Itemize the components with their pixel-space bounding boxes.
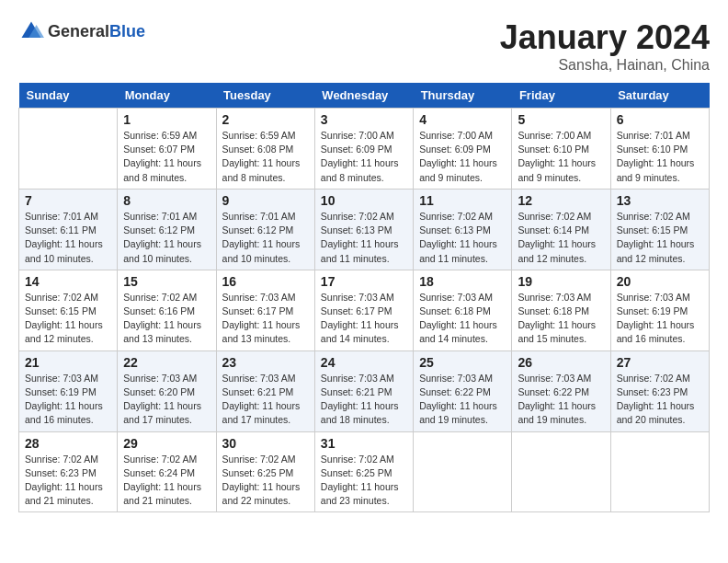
calendar-cell: 13Sunrise: 7:02 AM Sunset: 6:15 PM Dayli… — [610, 189, 709, 270]
cell-info: Sunrise: 7:02 AM Sunset: 6:24 PM Dayligh… — [123, 453, 210, 509]
cell-info: Sunrise: 7:02 AM Sunset: 6:13 PM Dayligh… — [321, 210, 407, 266]
cell-info: Sunrise: 7:02 AM Sunset: 6:13 PM Dayligh… — [419, 210, 506, 266]
logo: GeneralBlue — [18, 18, 145, 44]
calendar-cell — [414, 431, 512, 512]
calendar-cell: 14Sunrise: 7:02 AM Sunset: 6:15 PM Dayli… — [19, 270, 118, 350]
calendar-cell: 11Sunrise: 7:02 AM Sunset: 6:13 PM Dayli… — [414, 189, 512, 270]
date-number: 7 — [25, 193, 111, 208]
cell-info: Sunrise: 7:01 AM Sunset: 6:10 PM Dayligh… — [617, 129, 703, 185]
date-number: 6 — [617, 112, 703, 127]
date-number: 10 — [321, 193, 407, 208]
calendar-cell: 18Sunrise: 7:03 AM Sunset: 6:18 PM Dayli… — [414, 270, 512, 350]
cell-info: Sunrise: 7:02 AM Sunset: 6:25 PM Dayligh… — [321, 453, 407, 509]
date-number: 19 — [518, 274, 604, 289]
logo-general-text: General — [48, 22, 109, 40]
calendar-cell: 1Sunrise: 6:59 AM Sunset: 6:07 PM Daylig… — [118, 109, 216, 190]
cell-info: Sunrise: 7:02 AM Sunset: 6:14 PM Dayligh… — [518, 210, 604, 266]
calendar-week-row: 14Sunrise: 7:02 AM Sunset: 6:15 PM Dayli… — [19, 270, 710, 350]
date-number: 12 — [518, 193, 604, 208]
cell-info: Sunrise: 7:00 AM Sunset: 6:09 PM Dayligh… — [419, 129, 506, 185]
calendar-cell: 6Sunrise: 7:01 AM Sunset: 6:10 PM Daylig… — [610, 109, 709, 190]
calendar-body: 1Sunrise: 6:59 AM Sunset: 6:07 PM Daylig… — [19, 109, 710, 512]
calendar-cell: 30Sunrise: 7:02 AM Sunset: 6:25 PM Dayli… — [216, 431, 314, 512]
date-number: 24 — [321, 355, 407, 370]
cell-info: Sunrise: 7:03 AM Sunset: 6:17 PM Dayligh… — [321, 291, 407, 347]
cell-info: Sunrise: 7:03 AM Sunset: 6:22 PM Dayligh… — [419, 372, 506, 428]
calendar-week-row: 21Sunrise: 7:03 AM Sunset: 6:19 PM Dayli… — [19, 350, 710, 431]
cell-info: Sunrise: 7:03 AM Sunset: 6:22 PM Dayligh… — [518, 372, 604, 428]
cell-info: Sunrise: 7:02 AM Sunset: 6:25 PM Dayligh… — [222, 453, 309, 509]
date-number: 30 — [222, 436, 309, 451]
calendar-cell: 9Sunrise: 7:01 AM Sunset: 6:12 PM Daylig… — [216, 189, 314, 270]
cell-info: Sunrise: 7:03 AM Sunset: 6:17 PM Dayligh… — [222, 291, 309, 347]
calendar-cell: 31Sunrise: 7:02 AM Sunset: 6:25 PM Dayli… — [314, 431, 413, 512]
cell-info: Sunrise: 6:59 AM Sunset: 6:08 PM Dayligh… — [222, 129, 309, 185]
weekday-header-row: SundayMondayTuesdayWednesdayThursdayFrid… — [19, 83, 710, 109]
date-number: 29 — [123, 436, 210, 451]
month-title: January 2024 — [500, 18, 710, 57]
date-number: 23 — [222, 355, 309, 370]
cell-info: Sunrise: 7:01 AM Sunset: 6:11 PM Dayligh… — [25, 210, 111, 266]
calendar-week-row: 7Sunrise: 7:01 AM Sunset: 6:11 PM Daylig… — [19, 189, 710, 270]
cell-info: Sunrise: 7:01 AM Sunset: 6:12 PM Dayligh… — [123, 210, 210, 266]
cell-info: Sunrise: 7:03 AM Sunset: 6:19 PM Dayligh… — [617, 291, 703, 347]
calendar-cell: 22Sunrise: 7:03 AM Sunset: 6:20 PM Dayli… — [118, 350, 216, 431]
calendar-cell: 25Sunrise: 7:03 AM Sunset: 6:22 PM Dayli… — [414, 350, 512, 431]
logo-icon — [18, 18, 44, 44]
cell-info: Sunrise: 7:02 AM Sunset: 6:15 PM Dayligh… — [617, 210, 703, 266]
date-number: 28 — [25, 436, 111, 451]
calendar-cell: 8Sunrise: 7:01 AM Sunset: 6:12 PM Daylig… — [118, 189, 216, 270]
cell-info: Sunrise: 7:03 AM Sunset: 6:21 PM Dayligh… — [222, 372, 309, 428]
date-number: 16 — [222, 274, 309, 289]
cell-info: Sunrise: 7:03 AM Sunset: 6:20 PM Dayligh… — [123, 372, 210, 428]
weekday-header-thursday: Thursday — [414, 83, 512, 109]
weekday-header-monday: Monday — [118, 83, 216, 109]
cell-info: Sunrise: 7:03 AM Sunset: 6:19 PM Dayligh… — [25, 372, 111, 428]
cell-info: Sunrise: 7:03 AM Sunset: 6:18 PM Dayligh… — [419, 291, 506, 347]
date-number: 9 — [222, 193, 309, 208]
date-number: 15 — [123, 274, 210, 289]
weekday-header-saturday: Saturday — [610, 83, 709, 109]
title-area: January 2024 Sansha, Hainan, China — [500, 18, 710, 74]
date-number: 3 — [321, 112, 407, 127]
calendar-cell: 5Sunrise: 7:00 AM Sunset: 6:10 PM Daylig… — [512, 109, 610, 190]
logo-blue-text: Blue — [109, 22, 145, 40]
calendar-week-row: 1Sunrise: 6:59 AM Sunset: 6:07 PM Daylig… — [19, 109, 710, 190]
calendar-cell — [19, 109, 118, 190]
date-number: 13 — [617, 193, 703, 208]
calendar-cell: 20Sunrise: 7:03 AM Sunset: 6:19 PM Dayli… — [610, 270, 709, 350]
date-number: 5 — [518, 112, 604, 127]
calendar-cell: 26Sunrise: 7:03 AM Sunset: 6:22 PM Dayli… — [512, 350, 610, 431]
date-number: 17 — [321, 274, 407, 289]
cell-info: Sunrise: 7:01 AM Sunset: 6:12 PM Dayligh… — [222, 210, 309, 266]
date-number: 2 — [222, 112, 309, 127]
cell-info: Sunrise: 7:03 AM Sunset: 6:18 PM Dayligh… — [518, 291, 604, 347]
date-number: 20 — [617, 274, 703, 289]
calendar-cell: 7Sunrise: 7:01 AM Sunset: 6:11 PM Daylig… — [19, 189, 118, 270]
calendar-cell: 19Sunrise: 7:03 AM Sunset: 6:18 PM Dayli… — [512, 270, 610, 350]
location-title: Sansha, Hainan, China — [500, 57, 710, 74]
calendar-cell: 28Sunrise: 7:02 AM Sunset: 6:23 PM Dayli… — [19, 431, 118, 512]
weekday-header-tuesday: Tuesday — [216, 83, 314, 109]
cell-info: Sunrise: 7:02 AM Sunset: 6:23 PM Dayligh… — [25, 453, 111, 509]
date-number: 26 — [518, 355, 604, 370]
date-number: 18 — [419, 274, 506, 289]
calendar-cell: 24Sunrise: 7:03 AM Sunset: 6:21 PM Dayli… — [314, 350, 413, 431]
cell-info: Sunrise: 7:03 AM Sunset: 6:21 PM Dayligh… — [321, 372, 407, 428]
cell-info: Sunrise: 7:02 AM Sunset: 6:23 PM Dayligh… — [617, 372, 703, 428]
date-number: 4 — [419, 112, 506, 127]
weekday-header-wednesday: Wednesday — [314, 83, 413, 109]
calendar-cell: 3Sunrise: 7:00 AM Sunset: 6:09 PM Daylig… — [314, 109, 413, 190]
cell-info: Sunrise: 7:02 AM Sunset: 6:15 PM Dayligh… — [25, 291, 111, 347]
cell-info: Sunrise: 7:00 AM Sunset: 6:09 PM Dayligh… — [321, 129, 407, 185]
cell-info: Sunrise: 7:02 AM Sunset: 6:16 PM Dayligh… — [123, 291, 210, 347]
date-number: 8 — [123, 193, 210, 208]
date-number: 11 — [419, 193, 506, 208]
weekday-header-friday: Friday — [512, 83, 610, 109]
header: GeneralBlue January 2024 Sansha, Hainan,… — [18, 18, 710, 74]
date-number: 25 — [419, 355, 506, 370]
calendar-cell: 29Sunrise: 7:02 AM Sunset: 6:24 PM Dayli… — [118, 431, 216, 512]
calendar-cell: 16Sunrise: 7:03 AM Sunset: 6:17 PM Dayli… — [216, 270, 314, 350]
date-number: 14 — [25, 274, 111, 289]
calendar-cell: 10Sunrise: 7:02 AM Sunset: 6:13 PM Dayli… — [314, 189, 413, 270]
